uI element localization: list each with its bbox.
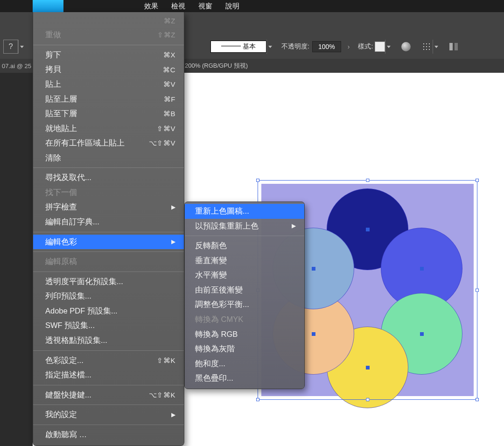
menu-item-label: 貼至上層: [45, 93, 77, 105]
menu-item[interactable]: 列印預設集...: [33, 289, 184, 304]
menu-item[interactable]: 拼字檢查▶: [33, 200, 184, 215]
menu-item[interactable]: 我的設定▶: [33, 407, 184, 422]
menu-item-label: 拷貝: [45, 63, 61, 76]
menu-item-label: Adobe PDF 預設集...: [45, 305, 118, 317]
submenu-item[interactable]: 調整色彩平衡...: [185, 297, 304, 312]
menu-item-label: 編輯色彩: [45, 236, 77, 248]
menu-item-label: 清除: [45, 152, 61, 164]
menu-window[interactable]: 視窗: [192, 0, 219, 13]
doc-tab-right-fragment[interactable]: 200% (RGB/GPU 預視): [185, 62, 248, 70]
submenu-item-label: 以預設集重新上色: [195, 220, 259, 232]
graphic-style-swatch[interactable]: [375, 42, 385, 52]
menu-item-label: 透視格點預設集...: [45, 334, 107, 347]
submenu-item-label: 轉換為 RGB: [195, 328, 238, 341]
opacity-chevron-icon[interactable]: ›: [348, 43, 350, 50]
menu-item-label: SWF 預設集...: [45, 320, 95, 332]
menu-item: ⌘Z: [33, 14, 184, 28]
stroke-profile-dropdown[interactable]: ━━━ 基本: [210, 41, 266, 53]
menu-item-shortcut: ⌘F: [164, 94, 175, 105]
menu-item-label: 拼字檢查: [45, 201, 77, 213]
menu-item-shortcut: ⌘C: [163, 64, 175, 75]
menu-item-label: 透明度平面化預設集...: [45, 276, 123, 288]
help-dropdown[interactable]: [18, 40, 25, 54]
menu-item-label: 列印預設集...: [45, 290, 91, 302]
menu-item[interactable]: SWF 預設集...: [33, 318, 184, 333]
menu-item-shortcut: ⌘V: [163, 79, 175, 90]
menu-item[interactable]: 貼上⌘V: [33, 77, 184, 92]
menu-item[interactable]: 透明度平面化預設集...: [33, 274, 184, 289]
menu-item-label: 編輯原稿: [45, 256, 77, 268]
menu-item-label: 貼上: [45, 78, 61, 91]
menu-help[interactable]: 說明: [219, 0, 246, 13]
submenu-item-label: 轉換為灰階: [195, 343, 235, 355]
graphic-style-chevron[interactable]: [385, 40, 392, 54]
menu-view[interactable]: 檢視: [165, 0, 192, 13]
menu-item: 編輯原稿: [33, 254, 184, 269]
submenu-item-label: 反轉顏色: [195, 240, 227, 252]
menu-item-label: 重做: [45, 29, 61, 41]
submenu-item[interactable]: 垂直漸變: [185, 253, 304, 268]
submenu-item-label: 水平漸變: [195, 269, 227, 281]
submenu-item-label: 調整色彩平衡...: [195, 299, 249, 311]
submenu-item[interactable]: 黑色疊印...: [185, 371, 304, 386]
recolor-globe-icon[interactable]: [400, 41, 412, 53]
menu-item-label: 尋找及取代...: [45, 172, 91, 184]
submenu-item[interactable]: 轉換為灰階: [185, 341, 304, 356]
menu-item[interactable]: 色彩設定...⇧⌘K: [33, 353, 184, 368]
submenu-item[interactable]: 飽和度...: [185, 356, 304, 371]
menu-item: 重做⇧⌘Z: [33, 28, 184, 42]
submenu-arrow-icon: ▶: [171, 411, 175, 419]
menu-item-shortcut: ⌥⇧⌘K: [149, 390, 175, 400]
menu-item[interactable]: 尋找及取代...: [33, 170, 184, 185]
menu-item[interactable]: 清除: [33, 151, 184, 166]
menu-item-shortcut: ⌥⇧⌘V: [149, 138, 175, 148]
submenu-item[interactable]: 反轉顏色: [185, 238, 304, 253]
menu-effects[interactable]: 效果: [138, 0, 165, 13]
submenu-item-label: 黑色疊印...: [195, 372, 233, 384]
menu-item[interactable]: 貼至下層⌘B: [33, 106, 184, 121]
menu-item[interactable]: 在所有工作區域上貼上⌥⇧⌘V: [33, 136, 184, 151]
menu-item-label: 啟動聽寫 …: [45, 429, 87, 441]
align-grid-chevron[interactable]: [433, 40, 439, 54]
menu-item[interactable]: 拷貝⌘C: [33, 62, 184, 77]
align-grid-icon[interactable]: [420, 41, 433, 53]
opacity-value-field[interactable]: 100%: [312, 41, 341, 52]
menu-item-shortcut: ⌘Z: [164, 15, 175, 26]
submenu-item-label: 轉換為 CMYK: [195, 314, 243, 326]
menu-item[interactable]: 編輯自訂字典...: [33, 215, 184, 230]
submenu-item[interactable]: 以預設集重新上色▶: [185, 219, 304, 234]
menu-item-shortcut: ⇧⌘Z: [157, 29, 175, 40]
menu-item[interactable]: Adobe PDF 預設集...: [33, 304, 184, 319]
menu-item[interactable]: 指定描述檔...: [33, 368, 184, 383]
submenu-item-label: 重新上色圖稿...: [195, 205, 249, 217]
submenu-item[interactable]: 水平漸變: [185, 268, 304, 283]
menu-item-label: 剪下: [45, 49, 61, 61]
submenu-item[interactable]: 由前至後漸變: [185, 283, 304, 298]
doc-tab-left-fragment: 07.ai @ 25: [0, 60, 33, 72]
menu-item-shortcut: ⇧⌘K: [157, 355, 175, 366]
menu-item: 找下一個: [33, 185, 184, 200]
menu-item[interactable]: 鍵盤快捷鍵...⌥⇧⌘K: [33, 388, 184, 403]
menu-item[interactable]: 編輯色彩▶: [33, 235, 184, 250]
menu-item-label: 就地貼上: [45, 123, 77, 135]
menu-item[interactable]: 剪下⌘X: [33, 48, 184, 63]
menu-item[interactable]: 透視格點預設集...: [33, 333, 184, 348]
menu-item-label: 我的設定: [45, 409, 77, 421]
submenu-item-label: 垂直漸變: [195, 255, 227, 267]
menu-item-label: 在所有工作區域上貼上: [45, 137, 125, 149]
menu-item[interactable]: 就地貼上⇧⌘V: [33, 121, 184, 136]
submenu-arrow-icon: ▶: [171, 203, 175, 212]
edit-menu-dropdown: ⌘Z重做⇧⌘Z剪下⌘X拷貝⌘C貼上⌘V貼至上層⌘F貼至下層⌘B就地貼上⇧⌘V在所…: [33, 12, 184, 446]
help-unknown-icon[interactable]: ?: [3, 40, 18, 54]
submenu-item[interactable]: 重新上色圖稿...: [185, 204, 304, 219]
submenu-arrow-icon: ▶: [171, 237, 175, 246]
submenu-item[interactable]: 轉換為 RGB: [185, 327, 304, 342]
stroke-profile-chevron[interactable]: [266, 40, 273, 54]
opacity-label: 不透明度:: [281, 42, 309, 51]
menu-item-label: 貼至下層: [45, 108, 77, 120]
menu-item[interactable]: 貼至上層⌘F: [33, 92, 184, 107]
active-menu-tab[interactable]: [33, 0, 63, 12]
menu-item[interactable]: 啟動聽寫 …: [33, 427, 184, 442]
align-panel-icon[interactable]: [448, 41, 460, 53]
menu-item-shortcut: ⌘X: [163, 49, 175, 60]
